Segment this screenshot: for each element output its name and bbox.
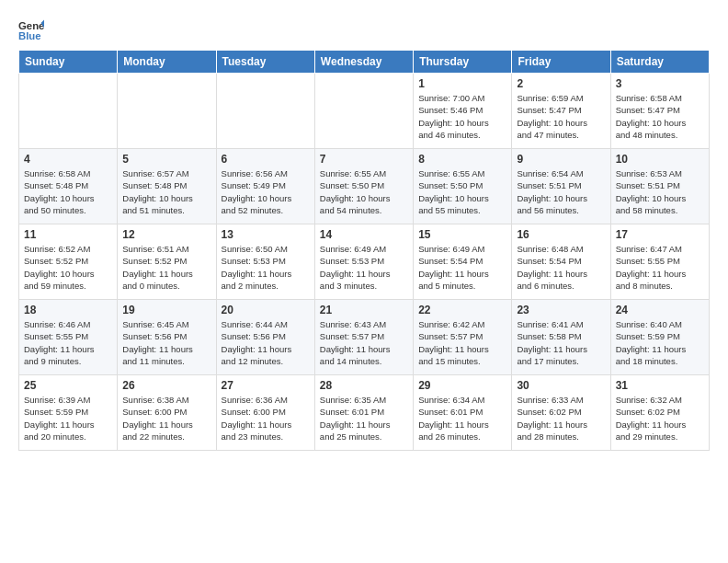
calendar-week-row: 11Sunrise: 6:52 AM Sunset: 5:52 PM Dayli… [19,224,710,300]
calendar-cell: 6Sunrise: 6:56 AM Sunset: 5:49 PM Daylig… [216,149,314,224]
weekday-header-wednesday: Wednesday [314,51,413,74]
day-info: Sunrise: 6:58 AM Sunset: 5:47 PM Dayligh… [616,92,704,141]
day-number: 13 [222,228,310,241]
calendar-cell: 27Sunrise: 6:36 AM Sunset: 6:00 PM Dayli… [216,375,314,451]
day-number: 28 [320,379,408,392]
day-number: 15 [418,228,506,241]
day-number: 4 [24,153,112,166]
weekday-header-sunday: Sunday [19,51,118,74]
day-number: 6 [222,153,310,166]
calendar-header-row: SundayMondayTuesdayWednesdayThursdayFrid… [19,51,710,74]
day-number: 7 [320,153,408,166]
weekday-header-tuesday: Tuesday [216,51,314,74]
day-number: 21 [320,304,408,316]
calendar-cell: 29Sunrise: 6:34 AM Sunset: 6:01 PM Dayli… [414,375,512,451]
day-number: 2 [517,77,605,90]
calendar-cell: 31Sunrise: 6:32 AM Sunset: 6:02 PM Dayli… [610,375,709,451]
calendar-cell: 30Sunrise: 6:33 AM Sunset: 6:02 PM Dayli… [512,375,610,451]
calendar-cell: 12Sunrise: 6:51 AM Sunset: 5:52 PM Dayli… [118,224,216,300]
logo-icon: General Blue [18,17,44,42]
day-number: 31 [616,379,704,392]
calendar-cell: 19Sunrise: 6:45 AM Sunset: 5:56 PM Dayli… [118,300,216,375]
day-info: Sunrise: 6:36 AM Sunset: 6:00 PM Dayligh… [222,394,310,442]
day-number: 8 [418,153,506,166]
calendar-cell: 10Sunrise: 6:53 AM Sunset: 5:51 PM Dayli… [610,149,709,224]
day-info: Sunrise: 6:38 AM Sunset: 6:00 PM Dayligh… [122,394,210,442]
day-number: 5 [122,153,210,166]
day-info: Sunrise: 6:34 AM Sunset: 6:01 PM Dayligh… [418,394,506,442]
day-info: Sunrise: 6:58 AM Sunset: 5:48 PM Dayligh… [24,167,112,216]
day-info: Sunrise: 6:55 AM Sunset: 5:50 PM Dayligh… [320,167,408,216]
calendar-cell: 1Sunrise: 7:00 AM Sunset: 5:46 PM Daylig… [414,74,512,149]
calendar-cell: 4Sunrise: 6:58 AM Sunset: 5:48 PM Daylig… [19,149,118,224]
calendar-cell: 14Sunrise: 6:49 AM Sunset: 5:53 PM Dayli… [314,224,413,300]
calendar-cell: 24Sunrise: 6:40 AM Sunset: 5:59 PM Dayli… [610,300,709,375]
calendar-week-row: 25Sunrise: 6:39 AM Sunset: 5:59 PM Dayli… [19,375,710,451]
day-info: Sunrise: 6:57 AM Sunset: 5:48 PM Dayligh… [122,167,210,216]
day-number: 17 [616,228,704,241]
day-info: Sunrise: 6:48 AM Sunset: 5:54 PM Dayligh… [517,243,605,292]
calendar-cell [314,74,413,149]
calendar-cell: 2Sunrise: 6:59 AM Sunset: 5:47 PM Daylig… [512,74,610,149]
day-info: Sunrise: 6:41 AM Sunset: 5:58 PM Dayligh… [517,318,605,367]
day-number: 20 [222,304,310,316]
day-info: Sunrise: 6:49 AM Sunset: 5:54 PM Dayligh… [418,243,506,292]
day-info: Sunrise: 6:50 AM Sunset: 5:53 PM Dayligh… [222,243,310,292]
calendar-cell: 20Sunrise: 6:44 AM Sunset: 5:56 PM Dayli… [216,300,314,375]
calendar-cell: 16Sunrise: 6:48 AM Sunset: 5:54 PM Dayli… [512,224,610,300]
weekday-header-monday: Monday [118,51,216,74]
calendar-week-row: 1Sunrise: 7:00 AM Sunset: 5:46 PM Daylig… [19,74,710,149]
day-info: Sunrise: 6:32 AM Sunset: 6:02 PM Dayligh… [616,394,704,442]
calendar-cell: 9Sunrise: 6:54 AM Sunset: 5:51 PM Daylig… [512,149,610,224]
day-number: 16 [517,228,605,241]
calendar-cell: 17Sunrise: 6:47 AM Sunset: 5:55 PM Dayli… [610,224,709,300]
day-info: Sunrise: 6:39 AM Sunset: 5:59 PM Dayligh… [24,394,112,442]
day-number: 27 [222,379,310,392]
day-info: Sunrise: 6:56 AM Sunset: 5:49 PM Dayligh… [222,167,310,216]
day-number: 12 [122,228,210,241]
day-number: 26 [122,379,210,392]
day-info: Sunrise: 6:33 AM Sunset: 6:02 PM Dayligh… [517,394,605,442]
day-info: Sunrise: 6:45 AM Sunset: 5:56 PM Dayligh… [122,318,210,367]
day-info: Sunrise: 6:52 AM Sunset: 5:52 PM Dayligh… [24,243,112,292]
day-info: Sunrise: 7:00 AM Sunset: 5:46 PM Dayligh… [418,92,506,141]
calendar-cell: 25Sunrise: 6:39 AM Sunset: 5:59 PM Dayli… [19,375,118,451]
day-info: Sunrise: 6:49 AM Sunset: 5:53 PM Dayligh… [320,243,408,292]
day-info: Sunrise: 6:53 AM Sunset: 5:51 PM Dayligh… [616,167,704,216]
calendar-cell: 21Sunrise: 6:43 AM Sunset: 5:57 PM Dayli… [314,300,413,375]
svg-text:Blue: Blue [18,30,41,41]
calendar-cell [19,74,118,149]
calendar-cell: 8Sunrise: 6:55 AM Sunset: 5:50 PM Daylig… [414,149,512,224]
day-number: 23 [517,304,605,316]
day-info: Sunrise: 6:55 AM Sunset: 5:50 PM Dayligh… [418,167,506,216]
calendar-cell: 7Sunrise: 6:55 AM Sunset: 5:50 PM Daylig… [314,149,413,224]
day-info: Sunrise: 6:44 AM Sunset: 5:56 PM Dayligh… [222,318,310,367]
day-number: 29 [418,379,506,392]
day-info: Sunrise: 6:54 AM Sunset: 5:51 PM Dayligh… [517,167,605,216]
day-info: Sunrise: 6:51 AM Sunset: 5:52 PM Dayligh… [122,243,210,292]
calendar-cell [216,74,314,149]
calendar-cell: 13Sunrise: 6:50 AM Sunset: 5:53 PM Dayli… [216,224,314,300]
calendar-cell [118,74,216,149]
calendar-cell: 22Sunrise: 6:42 AM Sunset: 5:57 PM Dayli… [414,300,512,375]
calendar-cell: 11Sunrise: 6:52 AM Sunset: 5:52 PM Dayli… [19,224,118,300]
day-number: 14 [320,228,408,241]
day-number: 30 [517,379,605,392]
calendar-cell: 15Sunrise: 6:49 AM Sunset: 5:54 PM Dayli… [414,224,512,300]
calendar-cell: 23Sunrise: 6:41 AM Sunset: 5:58 PM Dayli… [512,300,610,375]
weekday-header-saturday: Saturday [610,51,709,74]
header: General Blue [18,17,710,42]
calendar-week-row: 18Sunrise: 6:46 AM Sunset: 5:55 PM Dayli… [19,300,710,375]
calendar-cell: 18Sunrise: 6:46 AM Sunset: 5:55 PM Dayli… [19,300,118,375]
day-info: Sunrise: 6:42 AM Sunset: 5:57 PM Dayligh… [418,318,506,367]
page-container: General Blue SundayMondayTuesdayWednesda… [0,0,728,460]
weekday-header-friday: Friday [512,51,610,74]
day-number: 19 [122,304,210,316]
day-info: Sunrise: 6:46 AM Sunset: 5:55 PM Dayligh… [24,318,112,367]
weekday-header-thursday: Thursday [414,51,512,74]
calendar-cell: 28Sunrise: 6:35 AM Sunset: 6:01 PM Dayli… [314,375,413,451]
calendar-table: SundayMondayTuesdayWednesdayThursdayFrid… [18,50,710,451]
day-number: 3 [616,77,704,90]
day-info: Sunrise: 6:47 AM Sunset: 5:55 PM Dayligh… [616,243,704,292]
day-number: 25 [24,379,112,392]
